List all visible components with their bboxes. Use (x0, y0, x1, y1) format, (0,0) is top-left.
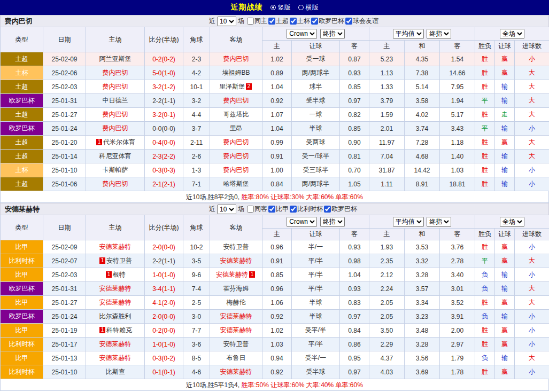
team-link[interactable]: 安德莱赫特 (99, 340, 132, 348)
filter-checkbox-土超[interactable]: 土超 (268, 17, 289, 26)
avg-odds-draw: 8.91 (405, 177, 440, 191)
team-link[interactable]: 费内巴切 (103, 69, 128, 76)
avg-odds-draw: 7.28 (405, 136, 440, 150)
team-link[interactable]: 里昂 (230, 124, 243, 132)
avg-odds-draw: 3.23 (405, 310, 440, 324)
home-team: 阿兰亚斯堡 (86, 52, 145, 66)
team-link[interactable]: 安德莱赫特 (99, 285, 132, 292)
average-stage-select[interactable]: 终指 (427, 217, 451, 227)
match-row: 比利时杯25-01-10比斯查0-1(0-1)4-6安德莱赫特0.92受半球0.… (1, 365, 549, 379)
checkbox-欧罗巴杯[interactable] (324, 206, 331, 213)
layout-radio-vertical[interactable]: 竖版 (270, 3, 291, 12)
team-link[interactable]: 安德莱赫特 (220, 257, 252, 264)
odds-stage-select[interactable]: 终指 (320, 217, 345, 227)
avg-odds-draw: 3.57 (405, 282, 440, 296)
team-link[interactable]: 代米尔体育 (103, 138, 135, 146)
filter-checkbox-欧罗巴杯[interactable]: 欧罗巴杯 (324, 205, 357, 214)
result-goals: 小 (515, 338, 549, 351)
filter-checkbox-比甲[interactable]: 比甲 (268, 205, 289, 214)
team-link[interactable]: 安德莱赫特 (216, 271, 248, 278)
result-handicap: 赢 (495, 365, 515, 379)
score-halftime: 3-4(1-1) (145, 282, 183, 296)
average-stage-select[interactable]: 终指 (427, 29, 451, 39)
odds-home: 0.92 (262, 365, 292, 379)
filter-checkbox-比利时杯[interactable]: 比利时杯 (290, 205, 323, 214)
team-link[interactable]: 费内巴切 (103, 180, 128, 187)
checkbox-比甲[interactable] (268, 206, 275, 213)
team-link[interactable]: 费内巴切 (223, 152, 249, 160)
filter-checkbox-同客[interactable]: 同客 (247, 205, 267, 214)
layout-radio-horizontal[interactable]: 横版 (298, 3, 319, 12)
team-link[interactable]: 安特卫普 (106, 257, 132, 264)
subcol-goals-result: 进球数 (515, 229, 549, 240)
summary-segment: 让球率:30% (270, 193, 306, 201)
team-link[interactable]: 安德莱赫特 (99, 299, 132, 306)
team-link[interactable]: 安德莱赫特 (99, 243, 132, 250)
filter-checkbox-欧罗巴杯[interactable]: 欧罗巴杯 (311, 17, 344, 26)
team-link[interactable]: 梅赫伦 (227, 299, 246, 306)
filter-checkbox-球会友谊[interactable]: 球会友谊 (345, 17, 378, 26)
scope-select[interactable]: 全场 (500, 29, 524, 39)
checkbox-比利时杯[interactable] (290, 206, 297, 213)
scope-select[interactable]: 全场 (500, 217, 524, 227)
team-link[interactable]: 安德莱赫特 (220, 368, 252, 375)
team-link[interactable]: 费内巴切 (103, 83, 128, 90)
team-link[interactable]: 费内巴切 (103, 124, 128, 132)
team-link[interactable]: 哈塔斯堡 (223, 180, 249, 187)
checkbox-土杯[interactable] (290, 18, 297, 25)
team-link[interactable]: 中日德兰 (103, 97, 128, 104)
handicap-line: 半球 (292, 122, 340, 136)
odds-home: 1.04 (262, 80, 292, 94)
team-link[interactable]: 费内巴切 (223, 55, 249, 62)
team-link[interactable]: 卡斯帕萨 (103, 166, 128, 174)
col-date: 日期 (43, 27, 86, 52)
subcol-handicap-result: 让球 (495, 41, 515, 52)
avg-odds-home: 2.05 (369, 310, 405, 324)
home-team: 安德莱赫特 (86, 240, 145, 254)
team-link[interactable]: 霍芬海姆 (223, 285, 249, 292)
filter-checkbox-同主[interactable]: 同主 (247, 17, 267, 26)
checkbox-同客[interactable] (247, 206, 254, 213)
team-link[interactable]: 比尔森胜利 (99, 312, 132, 320)
team-link[interactable]: 哥兹塔比 (223, 111, 249, 118)
team-link[interactable]: 根特 (113, 271, 126, 278)
team-link[interactable]: 安特卫普 (223, 340, 249, 348)
checkbox-土超[interactable] (268, 18, 275, 25)
avg-odds-draw: 3.32 (405, 254, 440, 268)
team-link[interactable]: 安德莱赫特 (220, 312, 252, 320)
team-link[interactable]: 费内巴切 (223, 166, 249, 174)
team-link[interactable]: 科尼亚体育 (99, 152, 132, 160)
odds-away: 0.84 (340, 324, 369, 338)
average-select[interactable]: 平均值 (393, 29, 424, 39)
checkbox-球会友谊[interactable] (345, 18, 352, 25)
match-row: 土超25-01-27费内巴切3-2(0-1)4-4哥兹塔比1.07一球0.821… (1, 108, 549, 122)
team-link[interactable]: 费内巴切 (223, 97, 249, 104)
team-link[interactable]: 阿兰亚斯堡 (99, 55, 132, 62)
match-row: 欧罗巴杯25-01-31中日德兰2-2(1-1)3-2费内巴切0.92受半球0.… (1, 94, 549, 108)
team-link[interactable]: 里泽斯堡 (219, 83, 245, 90)
checkbox-欧罗巴杯[interactable] (311, 18, 318, 25)
team-link[interactable]: 费内巴切 (103, 111, 128, 118)
team-link[interactable]: 费内巴切 (223, 138, 249, 146)
team-link[interactable]: 埃祖姆BB (222, 69, 250, 76)
result-goals: 大 (515, 94, 549, 108)
bookmaker-select[interactable]: Crown (287, 29, 317, 39)
bookmaker-select[interactable]: Crown (287, 217, 317, 227)
recent-count-select[interactable]: 10 (217, 205, 236, 214)
team-link[interactable]: 安特卫普 (223, 243, 249, 250)
recent-count-select[interactable]: 10 (217, 17, 236, 26)
match-row: 比甲25-01-27安德莱赫特4-1(2-0)2-5梅赫伦1.06半球0.832… (1, 296, 549, 310)
avg-odds-away: 3.91 (440, 310, 475, 324)
filter-checkbox-土杯[interactable]: 土杯 (290, 17, 310, 26)
home-team: 比斯查 (86, 365, 145, 379)
odds-stage-select[interactable]: 终指 (320, 29, 345, 39)
average-select[interactable]: 平均值 (393, 217, 424, 227)
checkbox-同主[interactable] (247, 18, 254, 25)
avg-odds-home: 1.13 (369, 66, 405, 80)
col-away: 客场 (210, 215, 262, 240)
team-link[interactable]: 科特赖克 (106, 326, 132, 334)
team-link[interactable]: 安德莱赫特 (220, 326, 252, 334)
team-link[interactable]: 比斯查 (106, 368, 125, 375)
team-link[interactable]: 布鲁日 (227, 354, 246, 362)
team-link[interactable]: 安德莱赫特 (99, 354, 132, 362)
